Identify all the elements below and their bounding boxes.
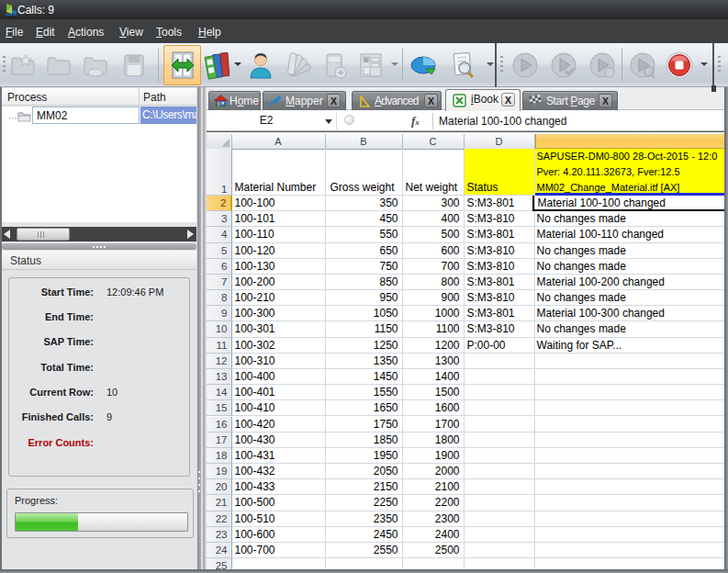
svg-text:X: X (364, 56, 369, 64)
